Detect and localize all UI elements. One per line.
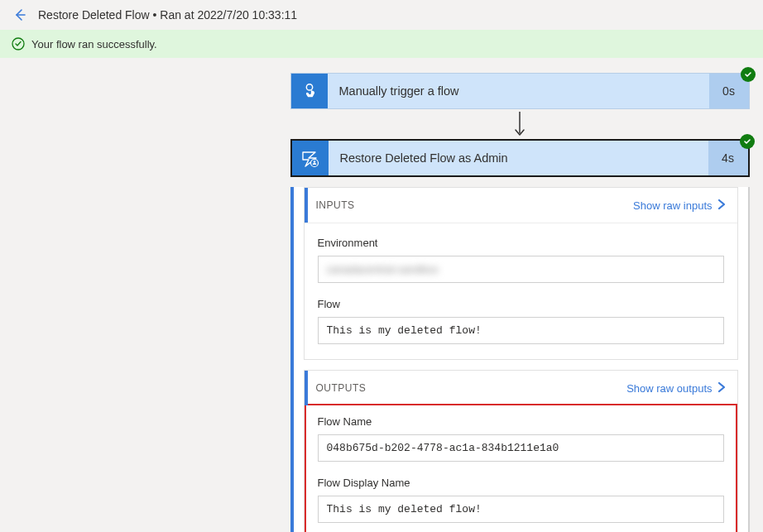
page-title: Restore Deleted Flow • Ran at 2022/7/20 … <box>38 8 297 22</box>
show-raw-inputs-link[interactable]: Show raw inputs <box>633 199 725 213</box>
trigger-icon-box <box>291 74 328 108</box>
inputs-header: INPUTS Show raw inputs <box>305 188 737 223</box>
flow-field: Flow This is my deleted flow! <box>318 298 724 344</box>
touch-icon <box>300 82 319 100</box>
success-message: Your flow ran successfully. <box>31 38 157 50</box>
action-icon-box <box>292 141 329 175</box>
outputs-section: OUTPUTS Show raw outputs Flow Name <box>304 370 738 532</box>
chevron-right-icon <box>717 381 726 395</box>
show-raw-outputs-link[interactable]: Show raw outputs <box>626 381 725 395</box>
action-header[interactable]: Restore Deleted Flow as Admin 4s <box>290 139 750 177</box>
section-accent <box>305 188 308 223</box>
show-raw-outputs-text: Show raw outputs <box>626 382 712 395</box>
show-raw-inputs-text: Show raw inputs <box>633 199 712 212</box>
back-arrow-icon <box>13 8 26 22</box>
section-accent <box>305 371 308 405</box>
environment-label: Environment <box>318 237 724 249</box>
success-banner: Your flow ran successfully. <box>0 30 763 58</box>
flow-display-name-value: This is my deleted flow! <box>318 496 724 523</box>
back-button[interactable] <box>8 3 31 26</box>
inputs-label: INPUTS <box>316 199 355 211</box>
flow-display-name-label: Flow Display Name <box>318 477 724 489</box>
environment-field: Environment canadacentral-sandbox <box>318 237 724 283</box>
success-badge-icon <box>741 67 756 82</box>
flow-value: This is my deleted flow! <box>318 317 724 344</box>
arrow-down-icon <box>513 110 526 138</box>
flow-canvas: Manually trigger a flow 0s <box>0 58 763 532</box>
flow-display-name-field: Flow Display Name This is my deleted flo… <box>318 477 724 523</box>
environment-value: canadacentral-sandbox <box>318 256 724 283</box>
flow-connector <box>513 109 526 139</box>
flow-admin-icon <box>300 148 320 168</box>
action-body: INPUTS Show raw inputs Environment <box>290 187 750 532</box>
action-title: Restore Deleted Flow as Admin <box>329 141 708 175</box>
trigger-title: Manually trigger a flow <box>328 74 709 108</box>
flow-label: Flow <box>318 298 724 310</box>
chevron-right-icon <box>717 199 726 213</box>
flow-name-field: Flow Name 048b675d-b202-4778-ac1a-834b12… <box>318 415 724 462</box>
success-badge-icon <box>740 134 755 149</box>
svg-point-5 <box>313 161 315 163</box>
action-panel: Restore Deleted Flow as Admin 4s INPUTS <box>290 139 750 532</box>
flow-name-label: Flow Name <box>318 415 724 428</box>
outputs-header: OUTPUTS Show raw outputs <box>305 371 737 405</box>
trigger-card[interactable]: Manually trigger a flow 0s <box>290 73 750 109</box>
page-header: Restore Deleted Flow • Ran at 2022/7/20 … <box>0 0 763 30</box>
outputs-label: OUTPUTS <box>316 382 367 394</box>
check-circle-icon <box>12 37 25 50</box>
flow-name-value: 048b675d-b202-4778-ac1a-834b1211e1a0 <box>318 434 724 462</box>
inputs-section: INPUTS Show raw inputs Environment <box>304 187 738 360</box>
svg-point-2 <box>306 84 312 90</box>
outputs-highlight-box: Flow Name 048b675d-b202-4778-ac1a-834b12… <box>305 404 737 532</box>
